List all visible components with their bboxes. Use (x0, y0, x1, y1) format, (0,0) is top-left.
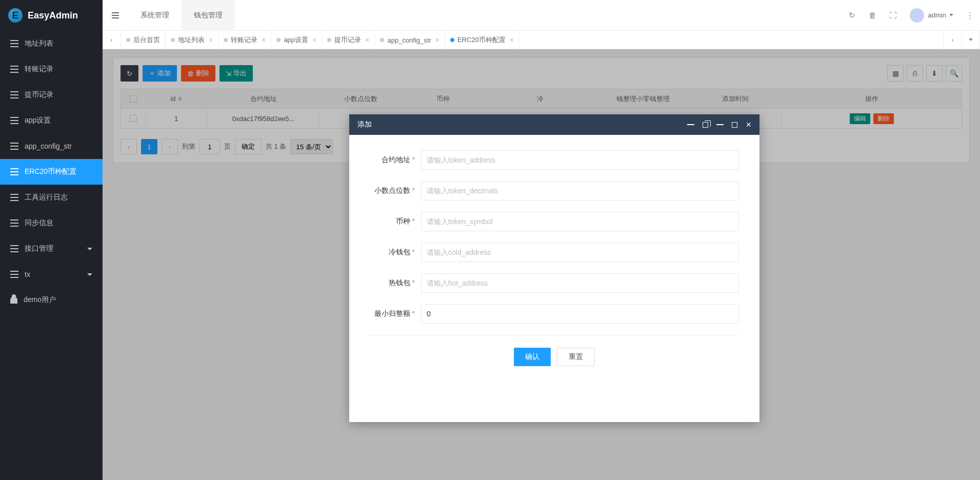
field-label: 小数点位数 (374, 186, 410, 194)
field-label: 合约地址 (382, 155, 410, 164)
user-menu[interactable]: admin (904, 8, 959, 23)
separator (370, 335, 739, 335)
tab-label: 地址列表 (178, 35, 205, 45)
modal-titlebar[interactable]: 添加 × (349, 114, 759, 135)
token-address-input[interactable] (421, 150, 739, 170)
collapse-sidebar-button[interactable] (103, 0, 128, 31)
tab-app-config-str[interactable]: app_config_str× (375, 31, 445, 49)
list-icon (10, 194, 18, 201)
close-icon[interactable]: × (209, 36, 213, 44)
sidebar-item-app-config-str[interactable]: app_config_str (0, 133, 103, 159)
nav-label: 钱包管理 (194, 11, 223, 20)
tab-label: ERC20币种配置 (457, 35, 506, 45)
list-icon (10, 66, 18, 73)
trash-button[interactable]: 🗑 (863, 0, 883, 31)
sidebar-item-withdraw-records[interactable]: 提币记录 (0, 82, 103, 108)
sidebar-label: app设置 (25, 116, 51, 125)
sidebar-label: tx (25, 270, 30, 278)
sidebar-item-demo-user[interactable]: demo用户 (0, 287, 103, 313)
cold-address-input[interactable] (421, 243, 739, 262)
close-icon[interactable]: × (312, 36, 316, 44)
reset-button[interactable]: 重置 (557, 348, 595, 366)
sidebar-item-sync-info[interactable]: 同步信息 (0, 210, 103, 236)
menu-icon (112, 12, 119, 18)
tab-label: app设置 (284, 35, 308, 45)
page-tabs: ‹ 后台首页 地址列表× 转账记录× app设置× 提币记录× app_conf… (103, 31, 980, 49)
chevron-down-icon (87, 273, 92, 276)
sidebar: E EasyAdmin 地址列表 转账记录 提币记录 app设置 app_con… (0, 0, 103, 480)
tab-address-list[interactable]: 地址列表× (166, 31, 218, 49)
tab-transfer-records[interactable]: 转账记录× (218, 31, 271, 49)
list-icon (10, 245, 18, 252)
sidebar-item-erc20-config[interactable]: ERC20币种配置 (0, 159, 103, 185)
fullscreen-button[interactable]: ⛶ (883, 0, 904, 31)
add-modal: 添加 × 合约地址* 小数点位数* 币种* 冷钱包* 热钱包* 最小归整额* 确… (349, 114, 759, 422)
restore-icon (703, 122, 708, 128)
modal-title-text: 添加 (357, 120, 372, 129)
close-icon[interactable]: × (435, 36, 439, 44)
field-label: 币种 (396, 217, 410, 225)
sidebar-label: ERC20币种配置 (25, 167, 76, 176)
field-label: 冷钱包 (389, 248, 410, 256)
minimize2-button[interactable] (716, 124, 724, 125)
sidebar-item-api-management[interactable]: 接口管理 (0, 236, 103, 262)
tabs-scroll-right[interactable]: › (943, 31, 962, 49)
token-decimals-input[interactable] (421, 181, 739, 201)
dot-icon (126, 38, 130, 42)
dot-icon (276, 38, 281, 42)
nav-wallet-management[interactable]: 钱包管理 (182, 0, 235, 31)
sidebar-menu: 地址列表 转账记录 提币记录 app设置 app_config_str ERC2… (0, 31, 103, 313)
list-icon (10, 168, 18, 175)
min-consolidation-input[interactable] (421, 304, 739, 324)
maximize-button[interactable] (732, 122, 737, 128)
tab-home[interactable]: 后台首页 (121, 31, 166, 49)
refresh-button[interactable]: ↻ (842, 0, 863, 31)
person-icon (10, 296, 17, 304)
logo-icon: E (8, 8, 23, 23)
tabs-menu[interactable] (962, 31, 980, 49)
sidebar-label: 工具运行日志 (25, 193, 68, 202)
dot-icon (380, 38, 384, 42)
tab-withdraw-records[interactable]: 提币记录× (322, 31, 375, 49)
sidebar-item-tool-logs[interactable]: 工具运行日志 (0, 185, 103, 210)
tabs-scroll-left[interactable]: ‹ (103, 31, 121, 49)
sidebar-item-address-list[interactable]: 地址列表 (0, 31, 103, 56)
chevron-down-icon (949, 14, 953, 16)
logo[interactable]: E EasyAdmin (0, 0, 103, 31)
list-icon (10, 40, 18, 47)
sidebar-item-transfer-records[interactable]: 转账记录 (0, 56, 103, 82)
dot-icon (327, 38, 331, 42)
sidebar-item-app-settings[interactable]: app设置 (0, 108, 103, 133)
username: admin (928, 11, 946, 19)
list-icon (10, 117, 18, 124)
brand-text: EasyAdmin (28, 10, 78, 21)
minimize-button[interactable] (687, 124, 694, 125)
close-icon[interactable]: × (365, 36, 369, 44)
nav-label: 系统管理 (141, 11, 169, 20)
tab-label: app_config_str (387, 36, 431, 44)
confirm-button[interactable]: 确认 (514, 348, 551, 366)
close-icon[interactable]: × (262, 36, 266, 44)
minimize-icon (716, 124, 724, 125)
list-icon (10, 143, 18, 150)
close-icon[interactable]: × (510, 36, 514, 44)
list-icon (10, 271, 18, 278)
chevron-down-icon (87, 248, 92, 250)
restore-button[interactable] (703, 122, 708, 128)
tab-label: 后台首页 (133, 35, 160, 45)
sidebar-label: 提币记录 (25, 90, 53, 99)
sidebar-item-tx[interactable]: tx (0, 262, 103, 287)
tab-erc20-config[interactable]: ERC20币种配置× (445, 31, 519, 49)
nav-system-management[interactable]: 系统管理 (128, 0, 182, 31)
close-button[interactable]: × (746, 119, 751, 130)
token-symbol-input[interactable] (421, 212, 739, 231)
sidebar-label: 地址列表 (25, 39, 53, 48)
more-button[interactable]: ⋮ (959, 0, 980, 31)
minimize-icon (687, 124, 694, 125)
field-label: 热钱包 (389, 278, 410, 287)
avatar (910, 8, 924, 23)
dot-icon (224, 38, 228, 42)
tab-app-settings[interactable]: app设置× (271, 31, 322, 49)
hot-address-input[interactable] (421, 273, 739, 293)
dot-icon (171, 38, 175, 42)
